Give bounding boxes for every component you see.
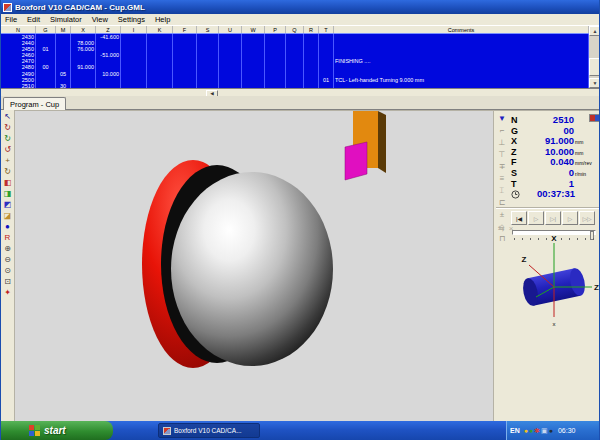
dro-label: Z: [511, 147, 521, 157]
play-pause-button[interactable]: ▷|: [545, 211, 561, 225]
column-header-comments: Comments: [334, 26, 589, 33]
dro-unit: mm: [574, 139, 599, 145]
column-header-u: U: [219, 26, 242, 33]
task-button-boxford[interactable]: Boxford V10 CAD/CA...: [158, 423, 260, 438]
gcode-table[interactable]: 2430-41.600244078.00024500176.0002460-51…: [1, 33, 589, 88]
column-header-g: G: [36, 26, 56, 33]
playback-controls: |◀▷▷|▷▷▷: [511, 211, 595, 225]
menu-simulator[interactable]: Simulator: [50, 15, 82, 24]
dro-unit: mm: [574, 150, 599, 156]
dro-unit: r/min: [574, 171, 599, 177]
column-header-x: X: [71, 26, 96, 33]
menu-help[interactable]: Help: [155, 15, 170, 24]
zoom-extents-icon[interactable]: ⊙: [2, 265, 14, 276]
gcode-table-header: NGMXZIKFSUWPQRTComments: [1, 26, 589, 33]
gcode-hscroll: ◀: [1, 88, 600, 96]
panel-separator: [496, 207, 600, 209]
scroll-thumb[interactable]: [589, 58, 600, 76]
tab-strip: Program - Cup: [1, 96, 600, 110]
pan-hand-icon[interactable]: ✦: [2, 287, 14, 298]
dro-row-t: T1: [511, 178, 599, 189]
dro-row-z: Z10.000mm: [511, 146, 599, 157]
taskbar: start Boxford V10 CAD/CA... EN ●●✱▣● 06:…: [1, 421, 600, 440]
view-top-icon[interactable]: ◩: [2, 199, 14, 210]
tray-network-icon[interactable]: ▣: [541, 427, 548, 435]
dro-value: 0: [521, 167, 574, 178]
tool-left-turn-icon[interactable]: ⌐: [496, 125, 508, 137]
tool-profile-icon[interactable]: ▼: [496, 113, 508, 125]
dro-row-g: G00: [511, 125, 599, 136]
column-header-s: S: [197, 26, 219, 33]
menu-view[interactable]: View: [92, 15, 108, 24]
select-cursor-icon[interactable]: ↖: [2, 111, 14, 122]
view-toolbar: ↖↻↻↺+↻◧◨◩◪●R⊕⊖⊙⊡✦: [1, 110, 15, 421]
tray-update-icon[interactable]: ✱: [534, 427, 540, 435]
tool-thread-icon[interactable]: ≡: [496, 173, 508, 185]
application-window: Boxford V10 CAD/CAM - Cup.GML FileEditSi…: [0, 0, 600, 440]
pan-view-icon[interactable]: +: [2, 155, 14, 166]
dro-value: 2510: [521, 114, 574, 125]
zoom-window-icon[interactable]: ⊡: [2, 276, 14, 287]
column-header-r: R: [304, 26, 319, 33]
jump-to-line-icon[interactable]: [589, 114, 600, 122]
dro-unit: mm/rev: [574, 160, 599, 166]
view-iso-icon[interactable]: ◪: [2, 210, 14, 221]
zoom-out-icon[interactable]: ⊖: [2, 254, 14, 265]
title-bar[interactable]: Boxford V10 CAD/CAM - Cup.GML: [1, 0, 600, 14]
tool-holder-side: [378, 111, 386, 173]
dro-label: X: [511, 136, 521, 146]
tool-right-turn-icon[interactable]: ⊥: [496, 137, 508, 149]
scroll-down-button[interactable]: ▼: [589, 78, 600, 88]
elapsed-time: 00:37:31: [520, 188, 575, 199]
column-header-f: F: [173, 26, 197, 33]
tray-messenger-icon[interactable]: ●: [524, 427, 528, 435]
tab-label: Program - Cup: [10, 100, 59, 109]
windows-logo-icon: [29, 425, 40, 436]
dro-value: 1: [521, 178, 574, 189]
tool-bore-icon[interactable]: ⌶: [496, 185, 508, 197]
menu-edit[interactable]: Edit: [27, 15, 40, 24]
rotate-view-z-icon[interactable]: ↺: [2, 144, 14, 155]
column-header-q: Q: [286, 26, 304, 33]
start-button[interactable]: start: [1, 421, 113, 440]
tray-clock[interactable]: 06:30: [558, 427, 576, 434]
simulator-panel: ▼⌐⊥⊤∓≡⌶⊏±⌂⊓ N2510G00X91.000mmZ10.000mmF0…: [493, 110, 600, 421]
shaded-view-icon[interactable]: ●: [2, 221, 14, 232]
tool-groove-icon[interactable]: ∓: [496, 161, 508, 173]
menu-bar: FileEditSimulatorViewSettingsHelp: [1, 14, 600, 26]
app-icon: [3, 3, 12, 12]
window-title: Boxford V10 CAD/CAM - Cup.GML: [15, 3, 145, 12]
go-to-end-button[interactable]: ▷▷: [579, 211, 595, 225]
task-label: Boxford V10 CAD/CA...: [174, 427, 242, 434]
rotate-view-x-icon[interactable]: ↻: [2, 122, 14, 133]
scroll-up-button[interactable]: ▲: [589, 26, 600, 36]
tray-volume-icon[interactable]: ●: [549, 427, 553, 435]
view-side-icon[interactable]: ◨: [2, 188, 14, 199]
gcode-scrollbar[interactable]: ▲ ▼: [589, 26, 600, 88]
view-front-icon[interactable]: ◧: [2, 177, 14, 188]
dro-readout: N2510G00X91.000mmZ10.000mmF0.040mm/revS0…: [511, 114, 599, 199]
dro-value: 91.000: [521, 135, 574, 146]
go-to-start-button[interactable]: |◀: [511, 211, 527, 225]
rotate-view-y-icon[interactable]: ↻: [2, 133, 14, 144]
machined-dome: [171, 172, 333, 366]
render-mode-icon[interactable]: R: [2, 232, 14, 243]
language-indicator[interactable]: EN: [510, 427, 520, 434]
menu-settings[interactable]: Settings: [118, 15, 145, 24]
offsets-icon[interactable]: ±: [496, 209, 508, 221]
orientation-view[interactable]: X x Z Z: [500, 231, 600, 331]
tool-insert: [345, 142, 367, 180]
column-header-i: I: [121, 26, 147, 33]
tool-face-icon[interactable]: ⊤: [496, 149, 508, 161]
axis-label-top: X: [551, 234, 557, 243]
simulation-viewport[interactable]: [15, 110, 493, 421]
zoom-in-icon[interactable]: ⊕: [2, 243, 14, 254]
spin-view-icon[interactable]: ↻: [2, 166, 14, 177]
axis-indicator: X x Z Z: [500, 231, 600, 327]
step-forward-button[interactable]: ▷: [562, 211, 578, 225]
dro-label: G: [511, 126, 521, 136]
tab-program-cup[interactable]: Program - Cup: [3, 97, 66, 111]
tray-antivirus-icon[interactable]: ●: [529, 427, 533, 435]
step-back-button[interactable]: ▷: [528, 211, 544, 225]
menu-file[interactable]: File: [5, 15, 17, 24]
